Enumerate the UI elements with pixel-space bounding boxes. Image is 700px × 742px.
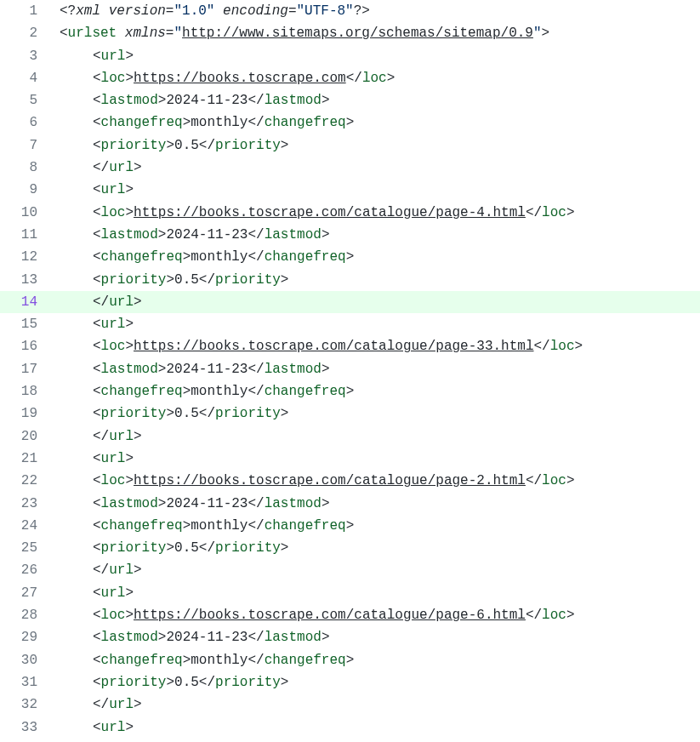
- code-line[interactable]: 20</url>: [0, 425, 700, 448]
- code-content: </url>: [53, 291, 142, 313]
- code-line[interactable]: 32</url>: [0, 693, 700, 716]
- code-line[interactable]: 26</url>: [0, 559, 700, 581]
- line-number: 18: [0, 380, 53, 402]
- code-content: <url>: [53, 179, 134, 201]
- code-line[interactable]: 22<loc>https://books.toscrape.com/catalo…: [0, 470, 700, 492]
- line-number: 2: [0, 22, 53, 44]
- code-line[interactable]: 11<lastmod>2024-11-23</lastmod>: [0, 224, 700, 246]
- code-content: <url>: [53, 448, 134, 470]
- code-line[interactable]: 25<priority>0.5</priority>: [0, 537, 700, 559]
- code-content: <loc>https://books.toscrape.com/catalogu…: [53, 335, 583, 357]
- code-line[interactable]: 18<changefreq>monthly</changefreq>: [0, 380, 700, 402]
- code-line[interactable]: 21<url>: [0, 448, 700, 470]
- code-content: <lastmod>2024-11-23</lastmod>: [53, 89, 329, 111]
- code-line[interactable]: 27<url>: [0, 582, 700, 604]
- code-line[interactable]: 30<changefreq>monthly</changefreq>: [0, 649, 700, 671]
- code-line[interactable]: 28<loc>https://books.toscrape.com/catalo…: [0, 604, 700, 626]
- code-line[interactable]: 24<changefreq>monthly</changefreq>: [0, 515, 700, 537]
- code-content: <lastmod>2024-11-23</lastmod>: [53, 224, 329, 246]
- code-content: <loc>https://books.toscrape.com/catalogu…: [53, 604, 575, 626]
- code-line[interactable]: 6<changefreq>monthly</changefreq>: [0, 111, 700, 134]
- line-number: 14: [0, 291, 53, 313]
- code-editor[interactable]: 1<?xml version="1.0" encoding="UTF-8"?>2…: [0, 0, 700, 739]
- code-line[interactable]: 13<priority>0.5</priority>: [0, 269, 700, 291]
- code-content: <lastmod>2024-11-23</lastmod>: [53, 626, 329, 648]
- code-line[interactable]: 3<url>: [0, 45, 700, 67]
- loc-url[interactable]: https://books.toscrape.com/catalogue/pag…: [134, 339, 533, 354]
- code-content: <lastmod>2024-11-23</lastmod>: [53, 358, 329, 380]
- code-line[interactable]: 12<changefreq>monthly</changefreq>: [0, 246, 700, 268]
- line-number: 16: [0, 335, 53, 357]
- line-number: 11: [0, 224, 53, 246]
- code-line[interactable]: 9<url>: [0, 179, 700, 201]
- code-content: <url>: [53, 582, 134, 604]
- line-number: 33: [0, 716, 53, 739]
- code-content: </url>: [53, 157, 142, 179]
- code-line[interactable]: 14</url>: [0, 291, 700, 313]
- loc-url[interactable]: https://books.toscrape.com/catalogue/pag…: [134, 608, 526, 623]
- line-number: 32: [0, 693, 53, 716]
- code-content: <changefreq>monthly</changefreq>: [53, 246, 354, 268]
- line-number: 9: [0, 179, 53, 201]
- code-line[interactable]: 23<lastmod>2024-11-23</lastmod>: [0, 493, 700, 515]
- line-number: 6: [0, 111, 53, 134]
- code-content: <loc>https://books.toscrape.com/catalogu…: [53, 470, 575, 492]
- line-number: 12: [0, 246, 53, 268]
- loc-url[interactable]: https://books.toscrape.com: [134, 71, 346, 86]
- line-number: 30: [0, 649, 53, 671]
- line-number: 22: [0, 470, 53, 492]
- code-line[interactable]: 17<lastmod>2024-11-23</lastmod>: [0, 358, 700, 380]
- code-content: <changefreq>monthly</changefreq>: [53, 649, 354, 671]
- loc-url[interactable]: https://books.toscrape.com/catalogue/pag…: [134, 473, 526, 488]
- line-number: 1: [0, 0, 53, 22]
- code-content: <priority>0.5</priority>: [53, 402, 288, 425]
- code-content: <url>: [53, 45, 134, 67]
- code-content: <url>: [53, 313, 134, 335]
- line-number: 24: [0, 515, 53, 537]
- code-line[interactable]: 19<priority>0.5</priority>: [0, 402, 700, 425]
- line-number: 10: [0, 202, 53, 224]
- code-line[interactable]: 4<loc>https://books.toscrape.com</loc>: [0, 67, 700, 89]
- line-number: 21: [0, 448, 53, 470]
- code-content: <priority>0.5</priority>: [53, 671, 288, 693]
- code-line[interactable]: 33<url>: [0, 716, 700, 739]
- line-number: 25: [0, 537, 53, 559]
- code-line[interactable]: 15<url>: [0, 313, 700, 335]
- code-content: </url>: [53, 693, 142, 716]
- code-line[interactable]: 29<lastmod>2024-11-23</lastmod>: [0, 626, 700, 648]
- code-content: <urlset xmlns="http://www.sitemaps.org/s…: [53, 22, 549, 44]
- code-content: <priority>0.5</priority>: [53, 537, 288, 559]
- line-number: 7: [0, 134, 53, 157]
- line-number: 3: [0, 45, 53, 67]
- line-number: 23: [0, 493, 53, 515]
- code-line[interactable]: 7<priority>0.5</priority>: [0, 134, 700, 157]
- line-number: 13: [0, 269, 53, 291]
- code-content: <changefreq>monthly</changefreq>: [53, 380, 354, 402]
- code-content: <?xml version="1.0" encoding="UTF-8"?>: [53, 0, 370, 22]
- code-content: <changefreq>monthly</changefreq>: [53, 111, 354, 134]
- loc-url[interactable]: https://books.toscrape.com/catalogue/pag…: [134, 205, 526, 220]
- code-line[interactable]: 8</url>: [0, 157, 700, 179]
- code-content: <priority>0.5</priority>: [53, 134, 288, 157]
- code-content: <changefreq>monthly</changefreq>: [53, 515, 354, 537]
- code-content: </url>: [53, 559, 142, 581]
- code-line[interactable]: 31<priority>0.5</priority>: [0, 671, 700, 693]
- code-content: <lastmod>2024-11-23</lastmod>: [53, 493, 329, 515]
- line-number: 15: [0, 313, 53, 335]
- code-line[interactable]: 16<loc>https://books.toscrape.com/catalo…: [0, 335, 700, 357]
- code-line[interactable]: 1<?xml version="1.0" encoding="UTF-8"?>: [0, 0, 700, 22]
- xmlns-url[interactable]: http://www.sitemaps.org/schemas/sitemap/…: [182, 26, 533, 41]
- line-number: 19: [0, 402, 53, 425]
- code-content: <url>: [53, 716, 134, 739]
- line-number: 31: [0, 671, 53, 693]
- code-line[interactable]: 5<lastmod>2024-11-23</lastmod>: [0, 89, 700, 111]
- code-line[interactable]: 2<urlset xmlns="http://www.sitemaps.org/…: [0, 22, 700, 44]
- code-content: <priority>0.5</priority>: [53, 269, 288, 291]
- code-line[interactable]: 10<loc>https://books.toscrape.com/catalo…: [0, 202, 700, 224]
- line-number: 29: [0, 626, 53, 648]
- line-number: 27: [0, 582, 53, 604]
- code-content: </url>: [53, 425, 142, 448]
- line-number: 5: [0, 89, 53, 111]
- line-number: 4: [0, 67, 53, 89]
- line-number: 26: [0, 559, 53, 581]
